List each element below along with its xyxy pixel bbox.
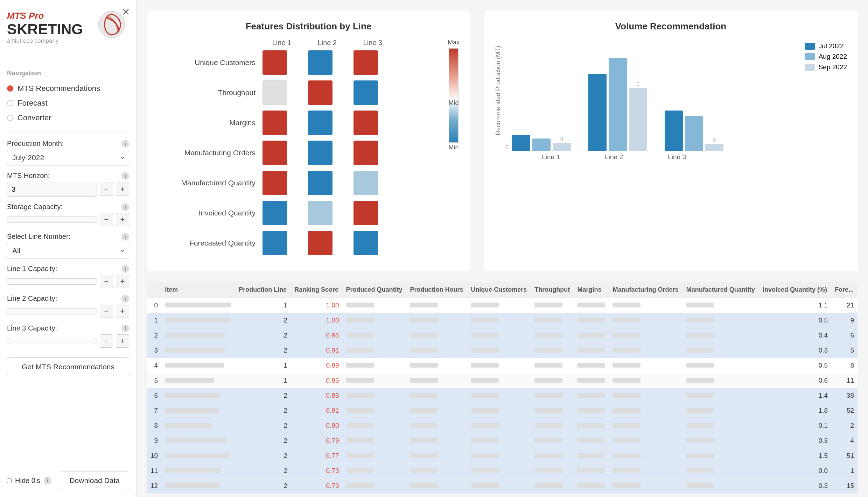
line2-capacity-decrement[interactable]: − <box>100 305 113 318</box>
line2-capacity-info[interactable]: i <box>121 295 129 303</box>
line1-capacity-value <box>7 278 97 285</box>
line1-capacity-decrement[interactable]: − <box>100 275 113 288</box>
line1-capacity-info[interactable]: i <box>121 265 129 273</box>
line3-capacity-value <box>7 338 97 344</box>
th-unique-customers: Unique Customers <box>467 282 531 298</box>
legend-color-jul <box>805 43 815 50</box>
heatmap-row-5: Invoiced Quantity <box>158 201 437 225</box>
cell-throughput <box>531 328 574 343</box>
cell-item <box>161 388 235 403</box>
th-index <box>147 282 161 298</box>
nav-label: Navigation <box>7 69 129 77</box>
cell-mfg-qty <box>683 478 759 494</box>
cell-index: 3 <box>147 343 161 358</box>
cell-line: 2 <box>235 388 291 403</box>
cell-score: 0.73 <box>291 478 343 494</box>
hide-zeros-info[interactable]: i <box>44 477 51 484</box>
line3-capacity-stepper: − + <box>7 334 129 348</box>
cell-mfg-qty <box>683 328 759 343</box>
line-select-info[interactable]: i <box>121 233 129 241</box>
sidebar-item-mts[interactable]: MTS Recommendations <box>7 81 129 96</box>
cell-item <box>161 433 235 448</box>
cell-mfg-orders <box>609 313 682 328</box>
table-row: 9 2 0.79 0.3 4 <box>147 433 858 448</box>
line1-aug-bar <box>532 139 551 151</box>
cell-unique-cust <box>467 463 531 478</box>
cell-forecast: 4 <box>831 433 858 448</box>
hide-zeros-label[interactable]: Hide 0's i <box>7 477 51 485</box>
sidebar-item-forecast[interactable]: Forecast <box>7 96 129 111</box>
cell-mfg-qty <box>683 388 759 403</box>
mts-horizon-decrement[interactable]: − <box>100 183 113 196</box>
get-recommendations-button[interactable]: Get MTS Recommendations <box>7 357 129 376</box>
th-produced-qty: Produced Quantity <box>343 282 407 298</box>
line3-bar-aug <box>685 115 703 151</box>
line1-bar-sep: 0 <box>553 136 571 151</box>
heatmap-col-line2: Line 2 <box>315 39 340 47</box>
cell-item <box>161 328 235 343</box>
cell-score: 1.00 <box>291 298 343 313</box>
mts-horizon-control: MTS Horizon: i <box>7 172 129 180</box>
cell-forecast: 52 <box>831 403 858 418</box>
cell-score: 0.83 <box>291 388 343 403</box>
line3-capacity-increment[interactable]: + <box>116 334 129 348</box>
cell-invoiced-qty: 0.5 <box>759 358 831 373</box>
production-month-info[interactable]: i <box>121 140 129 148</box>
line3-capacity-info[interactable]: i <box>121 325 129 332</box>
th-production-line: Production Line <box>235 282 291 298</box>
table-row: 1 2 1.00 0.5 9 <box>147 313 858 328</box>
cell-line: 2 <box>235 328 291 343</box>
heatmap-cell-1-2 <box>354 80 378 105</box>
line3-capacity-decrement[interactable]: − <box>100 334 113 348</box>
hide-zeros-checkbox[interactable] <box>7 478 12 483</box>
cell-produced-qty <box>343 328 407 343</box>
cell-prod-hours <box>406 343 467 358</box>
line1-capacity-control: Line 1 Capacity: i <box>7 265 129 273</box>
heatmap-content: Line 1 Line 2 Line 3 Unique Customers <box>158 39 460 261</box>
cell-item <box>161 358 235 373</box>
heatmap-row-1: Throughput <box>158 80 437 105</box>
cell-margins <box>574 418 609 433</box>
cell-mfg-orders <box>609 343 682 358</box>
line2-capacity-increment[interactable]: + <box>116 305 129 318</box>
download-data-button[interactable]: Download Data <box>60 471 129 490</box>
line-select[interactable]: All Line 1 Line 2 Line 3 <box>7 243 129 258</box>
cell-forecast: 21 <box>831 298 858 313</box>
line1-capacity-increment[interactable]: + <box>116 275 129 288</box>
heatmap-cells-4 <box>262 171 378 195</box>
cell-mfg-orders <box>609 403 682 418</box>
cell-prod-hours <box>406 298 467 313</box>
sidebar-item-converter[interactable]: Converter <box>7 111 129 125</box>
cell-unique-cust <box>467 313 531 328</box>
storage-capacity-increment[interactable]: + <box>116 213 129 226</box>
cell-margins <box>574 328 609 343</box>
heatmap-chart: Features Distribution by Line Line 1 Lin… <box>147 10 470 271</box>
cell-item <box>161 403 235 418</box>
cell-forecast: 9 <box>831 313 858 328</box>
cell-prod-hours <box>406 388 467 403</box>
cell-line: 1 <box>235 298 291 313</box>
heatmap-row-0: Unique Customers <box>158 50 437 75</box>
cell-produced-qty <box>343 373 407 388</box>
mts-horizon-increment[interactable]: + <box>116 183 129 196</box>
cell-produced-qty <box>343 313 407 328</box>
cell-item <box>161 448 235 463</box>
heatmap-cell-1-0 <box>262 80 287 105</box>
storage-capacity-decrement[interactable]: − <box>100 213 113 226</box>
table-row: 8 2 0.80 0.1 2 <box>147 418 858 433</box>
cell-prod-hours <box>406 448 467 463</box>
heatmap-cell-1-1 <box>308 80 332 105</box>
line1-sep-label: 0 <box>560 136 563 142</box>
cell-unique-cust <box>467 403 531 418</box>
cell-mfg-orders <box>609 328 682 343</box>
storage-capacity-info[interactable]: i <box>121 203 129 211</box>
chart-legend: Jul 2022 Aug 2022 Sep 2022 <box>805 42 847 71</box>
svg-point-0 <box>98 11 125 38</box>
cell-score: 0.89 <box>291 358 343 373</box>
cell-index: 12 <box>147 478 161 494</box>
mts-horizon-info[interactable]: i <box>121 172 129 180</box>
cell-mfg-qty <box>683 343 759 358</box>
data-table-box: Item Production Line Ranking Score Produ… <box>147 282 858 494</box>
cell-produced-qty <box>343 418 407 433</box>
production-month-select[interactable]: July-2022 <box>7 150 129 165</box>
